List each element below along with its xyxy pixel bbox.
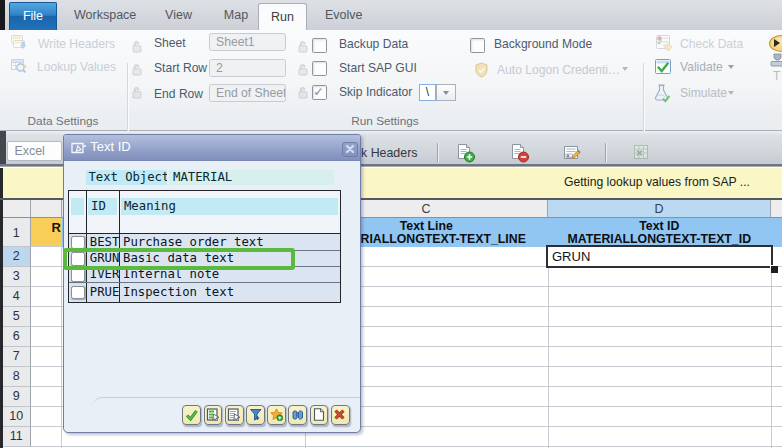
start-row-field: 2 — [209, 59, 286, 77]
run-button-partial-label: T — [773, 69, 780, 83]
start-row-label: Start Row — [154, 61, 207, 75]
validate-button[interactable]: Validate — [680, 60, 723, 74]
dialog-table-header: ID Meaning — [68, 190, 341, 221]
lookup-values-button: Lookup Values — [37, 60, 116, 74]
cancel-icon — [333, 408, 346, 421]
row-meaning: Inspection text — [123, 285, 234, 299]
annotation-highlight-box — [63, 248, 295, 271]
status-message: Getting lookup values from SAP ... — [564, 175, 750, 189]
ribbon-tab-bar: File Workspace View Map Run Evolve — [0, 0, 782, 30]
dialog-button-ok-check[interactable] — [182, 405, 201, 425]
row-meaning: Purchase order text — [123, 235, 264, 249]
cell-a1-log-header[interactable]: R — [31, 218, 61, 246]
selection-border — [546, 245, 773, 268]
check-data-icon — [655, 35, 673, 52]
tab-evolve[interactable]: Evolve — [325, 0, 362, 30]
group-label-run-settings: Run Settings — [320, 114, 450, 128]
dialog-button-new-page[interactable] — [310, 405, 329, 425]
text-object-label: Text Object — [86, 170, 168, 186]
id-column-header[interactable]: ID — [88, 198, 117, 215]
skip-indicator-value-box[interactable]: \ — [419, 84, 436, 101]
excel-grid-icon — [632, 144, 652, 163]
dialog-button-filter[interactable] — [246, 405, 265, 425]
tab-workspace[interactable]: Workspace — [74, 0, 130, 30]
tab-map[interactable]: Map — [221, 0, 251, 30]
find-icon — [291, 408, 304, 421]
row-header-4[interactable]: 4 — [3, 287, 32, 307]
simulate-icon — [654, 84, 672, 104]
run-button-icon[interactable] — [769, 35, 782, 53]
ok-check-icon — [185, 408, 198, 421]
favorites-add-icon — [270, 408, 283, 421]
dialog-button-cancel[interactable] — [331, 405, 350, 425]
dialog-icon — [71, 141, 87, 154]
start-sap-gui-checkbox[interactable] — [312, 61, 327, 76]
lock-icon — [131, 62, 143, 75]
column-header-a[interactable] — [31, 200, 62, 219]
dialog-row-prue[interactable]: PRUEInspection text — [69, 283, 340, 302]
row-header-10[interactable]: 10 — [3, 407, 32, 427]
row-header-11[interactable]: 11 — [3, 427, 32, 447]
row-header-1[interactable]: 1 — [3, 218, 32, 247]
lock-icon — [297, 85, 309, 98]
cell-d1-line1: Text ID — [548, 220, 771, 233]
copy-list-icon — [206, 408, 219, 421]
dialog-button-copy-list[interactable] — [204, 405, 223, 425]
row-header-7[interactable]: 7 — [3, 347, 32, 367]
row-header-3[interactable]: 3 — [3, 267, 32, 287]
dialog-title-bar[interactable]: Text ID — [64, 135, 360, 161]
filter-icon — [249, 408, 262, 421]
skip-indicator-checkbox[interactable]: ✓ — [312, 85, 327, 100]
tab-run[interactable]: Run — [258, 3, 307, 31]
application-window: File Workspace View Map Run Evolve Write… — [0, 0, 782, 448]
text-object-value: MATERIAL — [169, 170, 335, 186]
dialog-button-favorites-add[interactable] — [267, 405, 286, 425]
edit-document-icon[interactable]: A... — [563, 144, 583, 163]
svg-text:A...: A... — [567, 154, 572, 158]
workbook-selector-combo[interactable]: Excel — [7, 141, 62, 161]
toolbar-separator — [605, 143, 607, 162]
row-checkbox[interactable] — [71, 268, 85, 282]
row-header-6[interactable]: 6 — [3, 327, 32, 347]
add-document-icon[interactable] — [456, 144, 476, 163]
dialog-table-gap — [68, 220, 341, 233]
lock-icon — [297, 39, 309, 52]
write-headers-button: Write Headers — [38, 37, 115, 51]
post-icon — [770, 53, 782, 68]
chevron-down-icon — [728, 91, 734, 95]
background-mode-label: Background Mode — [494, 37, 592, 51]
skip-indicator-label: Skip Indicator — [339, 85, 412, 99]
dialog-button-find[interactable] — [288, 405, 307, 425]
chevron-down-icon — [443, 91, 449, 95]
row-id: PRUE — [90, 285, 120, 299]
write-headers-icon — [11, 35, 27, 50]
tab-file[interactable]: File — [9, 2, 57, 30]
tab-view[interactable]: View — [163, 0, 194, 30]
select-all-corner[interactable] — [3, 200, 32, 219]
row-header-2[interactable]: 2 — [3, 247, 32, 267]
shield-icon — [474, 62, 489, 78]
lock-icon — [297, 62, 309, 75]
backup-data-checkbox[interactable] — [312, 38, 327, 53]
row-header-9[interactable]: 9 — [3, 387, 32, 407]
dialog-button-copy-page[interactable] — [225, 405, 244, 425]
copy-page-icon — [227, 408, 240, 421]
fill-handle[interactable] — [770, 265, 778, 273]
dialog-title: Text ID — [90, 139, 130, 154]
mark-headers-button-partial[interactable]: k Headers — [361, 146, 417, 160]
column-header-d[interactable]: D — [548, 200, 771, 219]
cell-d1-header[interactable]: Text ID MATERIALLONGTEXT-TEXT_ID — [548, 218, 771, 247]
row-header-5[interactable]: 5 — [3, 307, 32, 327]
remove-document-icon[interactable] — [510, 144, 530, 163]
column-header-e[interactable] — [771, 200, 782, 219]
chevron-down-icon — [728, 65, 734, 69]
window-left-edge — [0, 131, 6, 164]
meaning-column-header[interactable]: Meaning — [121, 198, 338, 215]
dialog-close-button[interactable] — [342, 142, 359, 157]
validate-icon — [655, 59, 673, 76]
skip-indicator-dropdown-button[interactable] — [436, 84, 456, 101]
lock-icon — [131, 85, 143, 98]
row-header-8[interactable]: 8 — [3, 367, 32, 387]
row-checkbox[interactable] — [71, 286, 85, 300]
background-mode-checkbox[interactable] — [470, 38, 485, 53]
